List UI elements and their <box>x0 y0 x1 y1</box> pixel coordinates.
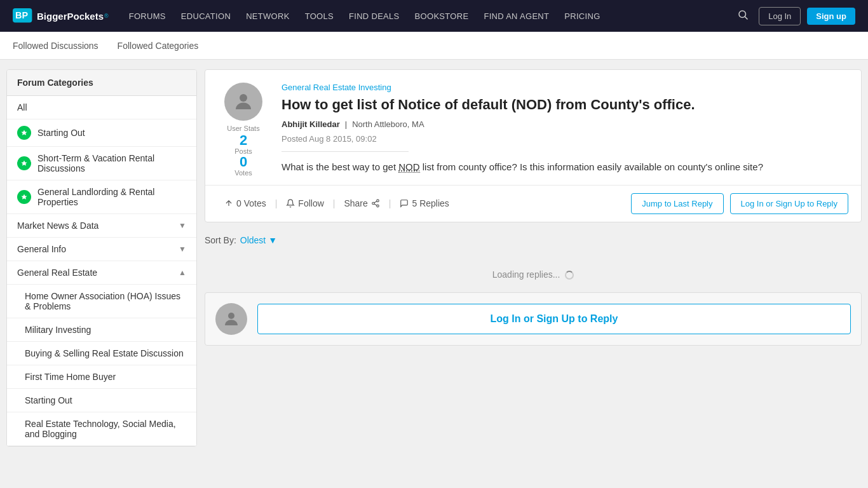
avatar <box>224 83 262 121</box>
sort-label: Sort By: <box>205 235 236 245</box>
nav-bookstore[interactable]: BOOKSTORE <box>407 0 477 32</box>
svg-text:BP: BP <box>15 10 28 20</box>
post-author: Abhijit Killedar <box>281 119 340 129</box>
vote-icon <box>224 199 233 208</box>
post-body: General Real Estate Investing How to get… <box>281 83 848 185</box>
votes-label: Votes <box>234 169 252 177</box>
login-button[interactable]: Log In <box>759 7 801 25</box>
svg-point-10 <box>228 313 234 319</box>
follow-button[interactable]: Follow <box>280 196 330 211</box>
nav-tools[interactable]: TOOLS <box>297 0 341 32</box>
bell-icon <box>286 199 295 208</box>
nav-actions: Log In Sign up <box>733 5 855 27</box>
sidebar-item-starting-out[interactable]: Starting Out <box>7 119 196 147</box>
svg-line-9 <box>374 201 377 203</box>
sort-select[interactable]: Oldest ▼ <box>240 235 277 245</box>
navbar: BP BiggerPockets ® FORUMS EDUCATION NETW… <box>0 0 868 32</box>
sidebar-sub-starting-out[interactable]: Starting Out <box>7 389 196 412</box>
jump-to-last-reply-button[interactable]: Jump to Last Reply <box>631 193 723 214</box>
reply-box-card: Log In or Sign Up to Reply <box>205 292 862 346</box>
brand[interactable]: BP BiggerPockets ® <box>13 8 109 24</box>
sidebar-item-landlording[interactable]: General Landlording & Rental Properties <box>7 180 196 214</box>
subnav: Followed Discussions Followed Categories <box>0 32 868 60</box>
post-meta: Abhijit Killedar | North Attleboro, MA <box>281 119 848 129</box>
general-info-chevron: ▼ <box>179 245 186 254</box>
sidebar-sub-hoa[interactable]: Home Owner Association (HOA) Issues & Pr… <box>7 285 196 318</box>
svg-point-2 <box>739 11 746 18</box>
brand-name: BiggerPockets <box>37 11 104 22</box>
svg-point-4 <box>240 94 247 102</box>
user-stats-label: User Stats <box>227 125 259 132</box>
svg-line-8 <box>374 204 377 205</box>
sidebar-sub-first-time[interactable]: First Time Home Buyer <box>7 365 196 389</box>
nav-forums[interactable]: FORUMS <box>121 0 173 32</box>
post-title: How to get list of Notice of default (NO… <box>281 96 848 114</box>
login-reply-big-button[interactable]: Log In or Sign Up to Reply <box>257 304 851 334</box>
loading-spinner <box>565 271 574 280</box>
sidebar-item-market-news[interactable]: Market News & Data ▼ <box>7 214 196 238</box>
signup-button[interactable]: Sign up <box>807 8 855 25</box>
user-icon <box>232 90 255 113</box>
search-button[interactable] <box>733 5 752 27</box>
landlording-icon <box>17 190 31 204</box>
nav-find-agent[interactable]: FIND AN AGENT <box>476 0 557 32</box>
votes-count: 0 <box>240 155 247 169</box>
main-content: User Stats 2 Posts 0 Votes General Real … <box>205 69 862 447</box>
post-date: Posted Aug 8 2015, 09:02 <box>281 134 848 144</box>
nod-abbreviation: NOD <box>398 161 419 173</box>
short-term-icon <box>17 156 31 170</box>
loading-area: Loading replies... <box>205 257 862 292</box>
post-actions: 0 Votes | Follow | Share | <box>205 185 861 222</box>
svg-line-3 <box>745 17 748 19</box>
nav-links: FORUMS EDUCATION NETWORK TOOLS FIND DEAL… <box>121 0 733 32</box>
vote-button[interactable]: 0 Votes <box>218 196 273 211</box>
sidebar-item-general-re[interactable]: General Real Estate ▲ <box>7 261 196 285</box>
sidebar-header: Forum Categories <box>7 70 196 96</box>
share-button[interactable]: Share <box>337 196 386 211</box>
brand-trademark: ® <box>104 13 109 19</box>
nav-pricing[interactable]: PRICING <box>557 0 607 32</box>
general-re-chevron: ▲ <box>179 268 186 277</box>
reply-user-icon <box>222 309 241 329</box>
post-text: What is the best way to get NOD list fro… <box>281 159 848 175</box>
share-icon <box>371 199 380 208</box>
sidebar-sub-buying-selling[interactable]: Buying & Selling Real Estate Discussion <box>7 342 196 365</box>
logo-icon: BP <box>13 8 33 24</box>
sort-bar: Sort By: Oldest ▼ <box>205 229 862 252</box>
starting-out-icon <box>17 126 31 140</box>
svg-point-7 <box>377 205 379 207</box>
post-card: User Stats 2 Posts 0 Votes General Real … <box>205 69 862 222</box>
replies-button[interactable]: 5 Replies <box>393 196 455 211</box>
post-divider <box>281 151 409 152</box>
sidebar-item-general-info[interactable]: General Info ▼ <box>7 238 196 261</box>
market-news-chevron: ▼ <box>179 221 186 230</box>
nav-find-deals[interactable]: FIND DEALS <box>341 0 407 32</box>
nav-network[interactable]: NETWORK <box>238 0 297 32</box>
login-sign-up-reply-button[interactable]: Log In or Sign Up to Reply <box>730 193 848 214</box>
reply-avatar <box>215 303 247 335</box>
svg-point-5 <box>377 200 379 202</box>
main-layout: Forum Categories All Starting Out Short-… <box>0 60 868 456</box>
svg-point-6 <box>372 202 375 205</box>
sidebar-sub-military[interactable]: Military Investing <box>7 318 196 342</box>
sidebar-item-all[interactable]: All <box>7 96 196 119</box>
posts-count: 2 <box>240 133 247 147</box>
reply-btn-group: Jump to Last Reply Log In or Sign Up to … <box>631 193 848 214</box>
post-top: User Stats 2 Posts 0 Votes General Real … <box>218 83 848 185</box>
post-category: General Real Estate Investing <box>281 83 848 92</box>
sidebar-item-short-term[interactable]: Short-Term & Vacation Rental Discussions <box>7 147 196 180</box>
replies-icon <box>400 199 409 208</box>
post-location: North Attleboro, MA <box>352 119 424 129</box>
nav-education[interactable]: EDUCATION <box>173 0 238 32</box>
subnav-followed-categories[interactable]: Followed Categories <box>118 32 199 60</box>
sidebar-sub-re-tech[interactable]: Real Estate Technology, Social Media, an… <box>7 412 196 446</box>
subnav-followed-discussions[interactable]: Followed Discussions <box>13 32 98 60</box>
user-avatar-col: User Stats 2 Posts 0 Votes <box>218 83 269 185</box>
sidebar: Forum Categories All Starting Out Short-… <box>6 69 197 447</box>
